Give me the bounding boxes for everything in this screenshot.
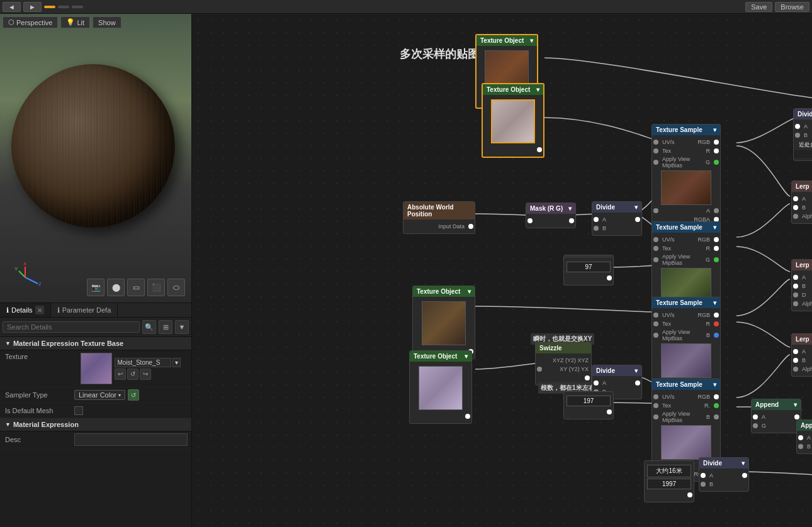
filter-button[interactable]: ▼ (175, 320, 189, 334)
tex-sample-1[interactable]: Texture Sample ▾ UV/s RGB Tex R Apply Vi… (651, 124, 721, 227)
num-97-pins (564, 274, 613, 282)
lerp-node-3[interactable]: Lerp ▾ A B Alpha (791, 333, 812, 377)
tab-btn-1[interactable] (44, 6, 55, 8)
search-button[interactable]: 🔍 (142, 320, 156, 334)
ts3-tex-pin (653, 321, 658, 326)
lerp3-pin-alpha: Alpha (792, 365, 812, 374)
show-btn[interactable]: Show (93, 16, 121, 28)
tex-obj-1-menu[interactable]: ▾ (530, 37, 533, 44)
ts1-uv-pin (653, 140, 658, 145)
texture-dropdown-arrow[interactable]: ▾ (172, 358, 181, 367)
div2-menu[interactable]: ▾ (634, 367, 638, 374)
ts3-menu[interactable]: ▾ (713, 299, 716, 306)
ts1-mip-label: Apply View MipBias (660, 156, 703, 169)
cube-icon[interactable]: ⬛ (147, 279, 165, 296)
texture-object-node-2[interactable]: Texture Object ▾ (482, 83, 544, 158)
tab-btn-2[interactable] (58, 6, 69, 8)
swizzle-in-pin (537, 367, 542, 372)
app1-menu[interactable]: ▾ (794, 401, 797, 408)
section-texture-base-header[interactable]: ▼ Material Expression Texture Base (0, 337, 191, 350)
search-input[interactable] (3, 321, 140, 333)
lit-btn[interactable]: 💡 Lit (60, 16, 90, 28)
lerp-node-2[interactable]: Lerp ▾ A B D Alpha (791, 259, 812, 311)
num-node-16m[interactable]: 大约16米 1997 (644, 460, 694, 502)
lerp-node-1[interactable]: Lerp ▾ A B Alpha (791, 180, 812, 224)
lerp1-pin-a: A (792, 194, 812, 203)
sphere-icon[interactable]: ⬤ (107, 279, 125, 296)
tex-obj-3-menu[interactable]: ▾ (468, 288, 471, 295)
desc-input[interactable] (74, 433, 188, 446)
details-panel: ℹ Details ✕ ℹ Parameter Defa 🔍 ⊞ ▼ ▼ Mat (0, 303, 191, 527)
swizzle-xy-label: XY (Y2) YX (557, 366, 591, 372)
browse-btn[interactable]: Browse (775, 2, 809, 12)
divide-node-3[interactable]: Divide ▾ A B 近处多米左右 ▾ 773 (793, 108, 812, 161)
lerp1-a-pin (793, 196, 798, 201)
texture-back-btn[interactable]: ↩ (115, 369, 126, 380)
tab-btn-3[interactable] (72, 6, 83, 8)
ts2-r-label: R (704, 245, 713, 252)
num-node-197[interactable]: 197 (563, 391, 614, 419)
ts1-g-label: G (703, 159, 713, 165)
tab-details[interactable]: ℹ Details ✕ (0, 303, 51, 317)
ts3-mip-pin (653, 333, 658, 338)
swizzle-node[interactable]: Swizzle XYZ (Y2) XYZ XY (Y2) YX (535, 342, 592, 386)
ts4-tex-pin (653, 403, 658, 408)
abs-world-pos-node[interactable]: Absolute World Position Input Data (403, 201, 475, 234)
texture-forward-btn[interactable]: ↪ (140, 369, 151, 380)
div1-menu[interactable]: ▾ (634, 204, 638, 211)
ts1-uv: UV/s RGB (652, 138, 720, 147)
tab-param-defa[interactable]: ℹ Parameter Defa (51, 303, 118, 317)
div4-menu[interactable]: ▾ (742, 460, 745, 467)
view-toggle-button[interactable]: ⊞ (159, 320, 172, 334)
mask-menu[interactable]: ▾ (568, 205, 572, 212)
ts2-mip-pin (653, 257, 658, 262)
ts3-uv-pin (653, 313, 658, 318)
camera-icon[interactable]: 📷 (87, 279, 104, 296)
divide-node-4[interactable]: Divide ▾ A B (699, 457, 749, 492)
div3-pin-b: B (794, 131, 812, 140)
default-mesh-checkbox[interactable] (74, 406, 83, 415)
cylinder-icon[interactable]: ⬭ (167, 279, 185, 296)
append-node-1[interactable]: Append ▾ A G (751, 399, 801, 433)
num-197-out (607, 409, 612, 414)
mask-node[interactable]: Mask (R G) ▾ (526, 202, 576, 228)
ts3-r-pin (714, 321, 719, 326)
ts1-menu[interactable]: ▾ (713, 126, 716, 133)
nav-fwd-btn[interactable]: ► (23, 2, 42, 12)
lerp2-a-label: A (799, 274, 808, 280)
sampler-reset-btn[interactable]: ↺ (128, 389, 139, 401)
tex-obj-3-preview (422, 301, 466, 345)
nav-back-btn[interactable]: ◄ (3, 2, 21, 12)
divide-node-1[interactable]: Divide ▾ A B (592, 201, 642, 236)
save-btn[interactable]: Save (745, 2, 772, 12)
node-graph[interactable]: 多次采样的贴图 (192, 14, 812, 527)
swizzle-xy: XY (Y2) YX (536, 365, 591, 374)
ts4-r-pin (714, 403, 719, 408)
texture-object-node-4[interactable]: Texture Object ▾ (409, 350, 472, 424)
tex-obj-4-menu[interactable]: ▾ (465, 353, 468, 360)
texture-object-node-3[interactable]: Texture Object ▾ (412, 286, 475, 359)
ts4-menu[interactable]: ▾ (713, 381, 716, 388)
abs-world-input-label: Input Data (436, 223, 467, 230)
num-197-display: 197 (567, 396, 611, 406)
append-node-2[interactable]: Append ▾ A B (796, 419, 812, 454)
lerp3-alpha-pin (793, 367, 798, 372)
ts2-menu[interactable]: ▾ (713, 224, 716, 231)
app2-b-pin (798, 444, 803, 449)
svg-line-0 (25, 277, 38, 284)
mask-body (526, 214, 575, 228)
default-mesh-value (74, 406, 186, 415)
sampler-dropdown[interactable]: Linear Color ▾ (74, 390, 125, 400)
lerp1-pin-alpha: Alpha (792, 212, 812, 221)
div1-b-pin (594, 226, 599, 231)
section-expression-header[interactable]: ▼ Material Expression (0, 418, 191, 431)
div3-b-label: B (801, 132, 810, 138)
num-node-97[interactable]: 97 (563, 255, 614, 286)
plane-icon[interactable]: ▭ (127, 279, 145, 296)
tex-obj-2-menu[interactable]: ▾ (536, 86, 539, 93)
ts2-r-pin (714, 246, 719, 251)
texture-refresh-btn[interactable]: ↺ (127, 369, 138, 380)
perspective-btn[interactable]: ⬡ Perspective (3, 16, 58, 28)
div1-pin-a: A (592, 215, 641, 224)
tab-details-close[interactable]: ✕ (35, 306, 44, 314)
